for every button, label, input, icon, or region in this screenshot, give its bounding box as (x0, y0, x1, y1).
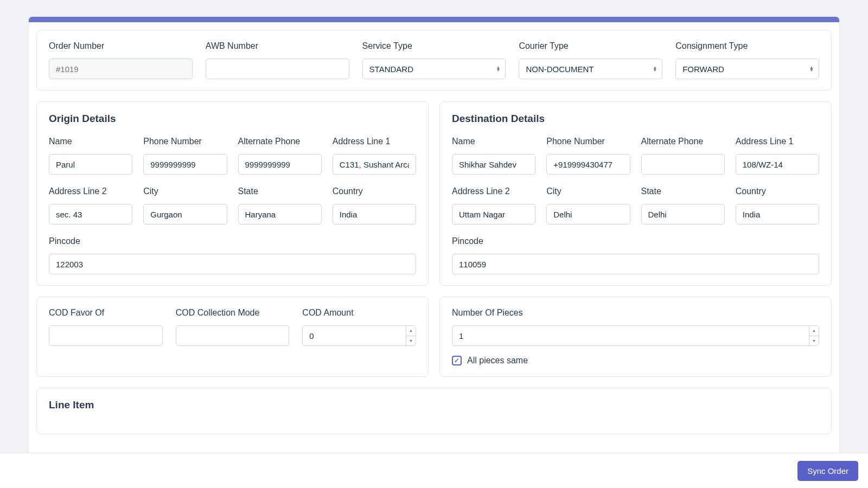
origin-city-input[interactable] (143, 204, 227, 224)
pieces-label: Number Of Pieces (452, 308, 819, 318)
dest-pincode-label: Pincode (452, 236, 819, 246)
dest-state-label: State (641, 187, 725, 196)
origin-state-input[interactable] (238, 204, 322, 224)
awb-number-label: AWB Number (206, 41, 349, 51)
dest-pincode-input[interactable] (452, 254, 819, 274)
line-item-title: Line Item (49, 399, 819, 411)
dest-phone-input[interactable] (546, 154, 630, 175)
sync-order-button[interactable]: Sync Order (797, 461, 858, 481)
bottom-bar: Sync Order (0, 453, 868, 488)
order-number-input (49, 59, 193, 79)
dest-name-input[interactable] (452, 154, 535, 175)
dest-state-input[interactable] (641, 204, 725, 224)
origin-addr1-input[interactable] (333, 154, 416, 175)
origin-title: Origin Details (49, 113, 416, 125)
consignment-type-select[interactable]: FORWARD (675, 59, 819, 79)
form-container: Order Number AWB Number Service Type STA… (28, 16, 840, 488)
dest-city-input[interactable] (546, 204, 630, 224)
dest-city-label: City (546, 187, 630, 196)
origin-altphone-label: Alternate Phone (238, 137, 322, 146)
origin-country-label: Country (333, 187, 416, 196)
origin-pincode-input[interactable] (49, 254, 416, 274)
origin-phone-input[interactable] (143, 154, 227, 175)
dest-country-label: Country (736, 187, 819, 196)
origin-addr1-label: Address Line 1 (333, 137, 416, 146)
cod-amount-label: COD Amount (302, 308, 416, 318)
dest-addr1-input[interactable] (736, 154, 819, 175)
awb-number-input[interactable] (206, 59, 349, 79)
dest-name-label: Name (452, 137, 535, 146)
stepper-down-icon[interactable]: ▼ (406, 336, 416, 346)
cod-card: COD Favor Of COD Collection Mode COD Amo… (36, 297, 429, 377)
courier-type-label: Courier Type (519, 41, 662, 51)
dest-addr2-input[interactable] (452, 204, 535, 224)
service-type-select[interactable]: STANDARD (362, 59, 506, 79)
origin-pincode-label: Pincode (49, 236, 416, 246)
consignment-type-label: Consignment Type (675, 41, 819, 51)
stepper-up-icon[interactable]: ▲ (406, 326, 416, 336)
order-number-label: Order Number (49, 41, 193, 51)
cod-mode-label: COD Collection Mode (176, 308, 290, 318)
stepper-down-icon[interactable]: ▼ (809, 336, 819, 346)
dest-phone-label: Phone Number (546, 137, 630, 146)
dest-country-input[interactable] (736, 204, 819, 224)
origin-altphone-input[interactable] (238, 154, 322, 175)
order-info-card: Order Number AWB Number Service Type STA… (36, 30, 832, 91)
line-item-card: Line Item (36, 388, 832, 434)
stepper-up-icon[interactable]: ▲ (809, 326, 819, 336)
origin-state-label: State (238, 187, 322, 196)
service-type-label: Service Type (362, 41, 506, 51)
origin-addr2-label: Address Line 2 (49, 187, 132, 196)
origin-addr2-input[interactable] (49, 204, 132, 224)
all-pieces-same-checkbox[interactable]: ✓ (452, 356, 462, 365)
all-pieces-same-label: All pieces same (467, 356, 528, 365)
destination-title: Destination Details (452, 113, 819, 125)
dest-altphone-input[interactable] (641, 154, 725, 175)
origin-name-input[interactable] (49, 154, 132, 175)
courier-type-select[interactable]: NON-DOCUMENT (519, 59, 662, 79)
dest-altphone-label: Alternate Phone (641, 137, 725, 146)
dest-addr1-label: Address Line 1 (736, 137, 819, 146)
origin-details-card: Origin Details Name Phone Number Alterna… (36, 101, 429, 286)
pieces-input[interactable] (452, 325, 819, 346)
cod-amount-input[interactable] (302, 325, 416, 346)
origin-name-label: Name (49, 137, 132, 146)
origin-city-label: City (143, 187, 227, 196)
accent-bar (29, 17, 839, 22)
cod-favor-label: COD Favor Of (49, 308, 163, 318)
cod-mode-input[interactable] (176, 325, 290, 346)
dest-addr2-label: Address Line 2 (452, 187, 535, 196)
destination-details-card: Destination Details Name Phone Number Al… (439, 101, 832, 286)
origin-country-input[interactable] (333, 204, 416, 224)
pieces-card: Number Of Pieces ▲ ▼ ✓ All pieces same (439, 297, 832, 377)
cod-favor-input[interactable] (49, 325, 163, 346)
origin-phone-label: Phone Number (143, 137, 227, 146)
